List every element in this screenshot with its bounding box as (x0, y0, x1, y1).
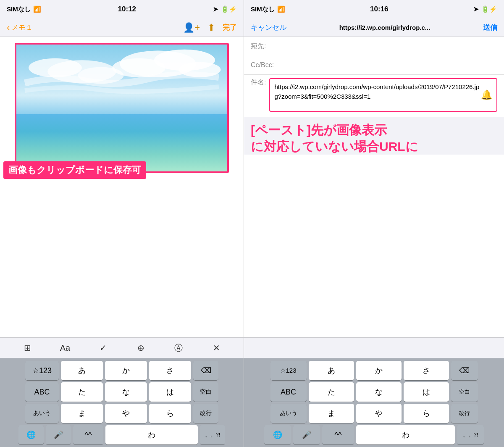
right-location-icon: ➤ (473, 5, 479, 13)
right-wifi-icon: 📶 (277, 5, 285, 13)
r-key-backspace[interactable]: ⌫ (451, 361, 478, 380)
key-a[interactable]: あ (61, 361, 103, 380)
annotation-line1: [ペースト]先が画像表示 (251, 122, 497, 138)
annotation-line2: に対応していない場合URLに (251, 138, 497, 155)
left-panel: SIMなし 📶 10:12 ➤ 🔋⚡ ‹ メモ１ 👤+ ⬆ 完了 (0, 0, 244, 447)
r-key-mic[interactable]: 🎤 (293, 425, 320, 444)
to-label: 宛先: (251, 42, 266, 50)
right-panel: SIMなし 📶 10:16 ➤ 🔋⚡ キャンセル https://i2.wp.c… (244, 0, 504, 447)
r-key-globe[interactable]: 🌐 (264, 425, 291, 444)
r-key-space[interactable]: 空白 (451, 382, 478, 402)
bell-icon[interactable]: 🔔 (481, 89, 492, 100)
done-button[interactable]: 完了 (223, 23, 237, 32)
cancel-button[interactable]: キャンセル (251, 23, 286, 32)
cc-label: Cc/Bcc: (251, 61, 274, 68)
right-keyboard-toolbar (244, 337, 504, 358)
key-return[interactable]: 改行 (193, 404, 218, 423)
notes-empty-area (0, 192, 244, 338)
subject-field[interactable]: https://i2.wp.com/girlydrop.com/wp-conte… (269, 78, 497, 112)
back-chevron-icon: ‹ (7, 22, 10, 33)
left-nav-bar: ‹ メモ１ 👤+ ⬆ 完了 (0, 18, 244, 37)
right-annotation: [ペースト]先が画像表示 に対応していない場合URLに (244, 117, 504, 155)
r-key-ha[interactable]: は (404, 382, 449, 402)
r-key-a[interactable]: あ (309, 361, 354, 380)
r-key-123[interactable]: ☆123 (270, 361, 307, 380)
cloud-svg (16, 49, 227, 125)
share-icon[interactable]: ⬆ (207, 22, 215, 33)
svg-point-4 (29, 58, 82, 77)
left-status-bar: SIMなし 📶 10:12 ➤ 🔋⚡ (0, 0, 244, 18)
email-url-title: https://i2.wp.com/girlydrop.c... (339, 24, 430, 31)
left-keyboard-toolbar: ⊞ Aa ✓ ⊕ Ⓐ ✕ (0, 337, 244, 358)
image-container (15, 43, 229, 173)
key-ta[interactable]: た (61, 382, 103, 402)
left-status-left: SIMなし 📶 (7, 5, 41, 13)
right-status-left: SIMなし 📶 (251, 5, 285, 13)
key-ma[interactable]: ま (61, 404, 103, 423)
r-key-caret[interactable]: ^^ (322, 425, 354, 444)
to-field[interactable]: 宛先: (244, 37, 504, 56)
right-status-bar: SIMなし 📶 10:16 ➤ 🔋⚡ (244, 0, 504, 18)
right-carrier: SIMなし (251, 5, 275, 13)
r-key-aiueo[interactable]: あいう (270, 404, 307, 423)
r-key-sa[interactable]: さ (404, 361, 449, 380)
toolbar-font-icon[interactable]: Aa (58, 340, 73, 355)
key-mic[interactable]: 🎤 (46, 425, 71, 444)
right-keyboard-row-2: ABC た な は 空白 (246, 382, 502, 402)
toolbar-table-icon[interactable]: ⊞ (20, 340, 35, 355)
right-keyboard-row-1: ☆123 あ か さ ⌫ (246, 361, 502, 380)
left-carrier: SIMなし (7, 5, 31, 13)
add-contact-icon[interactable]: 👤+ (183, 22, 200, 33)
key-backspace[interactable]: ⌫ (193, 361, 218, 380)
left-keyboard-area: ⊞ Aa ✓ ⊕ Ⓐ ✕ ☆123 あ か さ ⌫ ABC た な は 空白 (0, 337, 244, 447)
nav-actions: 👤+ ⬆ 完了 (183, 22, 237, 33)
key-punctuation[interactable]: 、。?! (200, 425, 225, 444)
sky-image (16, 45, 227, 171)
key-na[interactable]: な (105, 382, 147, 402)
left-time: 10:12 (118, 5, 136, 13)
right-time: 10:16 (370, 5, 388, 13)
back-label: メモ１ (11, 23, 33, 32)
r-key-abc[interactable]: ABC (270, 382, 307, 402)
right-status-right: ➤ 🔋⚡ (473, 5, 497, 13)
right-keyboard-row-3: あいう ま や ら 改行 (246, 404, 502, 423)
key-ka[interactable]: か (105, 361, 147, 380)
right-content-area (244, 155, 504, 337)
keyboard-row-1: ☆123 あ か さ ⌫ (2, 361, 242, 380)
key-ra[interactable]: ら (149, 404, 191, 423)
toolbar-check-icon[interactable]: ✓ (95, 340, 110, 355)
key-aiueo[interactable]: あいう (25, 404, 59, 423)
key-abc[interactable]: ABC (25, 382, 59, 402)
toolbar-close-icon[interactable]: ✕ (209, 340, 224, 355)
cc-field[interactable]: Cc/Bcc: (244, 56, 504, 75)
key-wa[interactable]: わ (105, 425, 198, 444)
r-key-ma[interactable]: ま (309, 404, 354, 423)
right-battery-icon: 🔋⚡ (481, 5, 497, 13)
left-annotation-label: 画像もクリップボードに保存可 (3, 161, 146, 179)
key-sa[interactable]: さ (149, 361, 191, 380)
key-space[interactable]: 空白 (193, 382, 218, 402)
right-keyboard-row-4: 🌐 🎤 ^^ わ 、。?! (246, 425, 502, 444)
r-key-wa[interactable]: わ (356, 425, 455, 444)
left-location-icon: ➤ (213, 5, 218, 13)
r-key-punctuation[interactable]: 、。?! (457, 425, 484, 444)
subject-label: 件名: (251, 78, 266, 87)
keyboard-row-3: あいう ま や ら 改行 (2, 404, 242, 423)
back-button[interactable]: ‹ メモ１ (7, 22, 33, 33)
toolbar-add-icon[interactable]: ⊕ (133, 340, 148, 355)
r-key-ka[interactable]: か (356, 361, 402, 380)
key-ya[interactable]: や (105, 404, 147, 423)
toolbar-format-icon[interactable]: Ⓐ (171, 340, 186, 355)
key-globe[interactable]: 🌐 (18, 425, 44, 444)
key-ha[interactable]: は (149, 382, 191, 402)
r-key-na[interactable]: な (356, 382, 402, 402)
r-key-ra[interactable]: ら (404, 404, 449, 423)
r-key-ta[interactable]: た (309, 382, 354, 402)
send-button[interactable]: 送信 (483, 23, 497, 32)
key-123[interactable]: ☆123 (25, 361, 59, 380)
r-key-return[interactable]: 改行 (451, 404, 478, 423)
key-caret[interactable]: ^^ (73, 425, 103, 444)
notes-content: 画像もクリップボードに保存可 (0, 37, 244, 192)
r-key-ya[interactable]: や (356, 404, 402, 423)
keyboard-row-2: ABC た な は 空白 (2, 382, 242, 402)
